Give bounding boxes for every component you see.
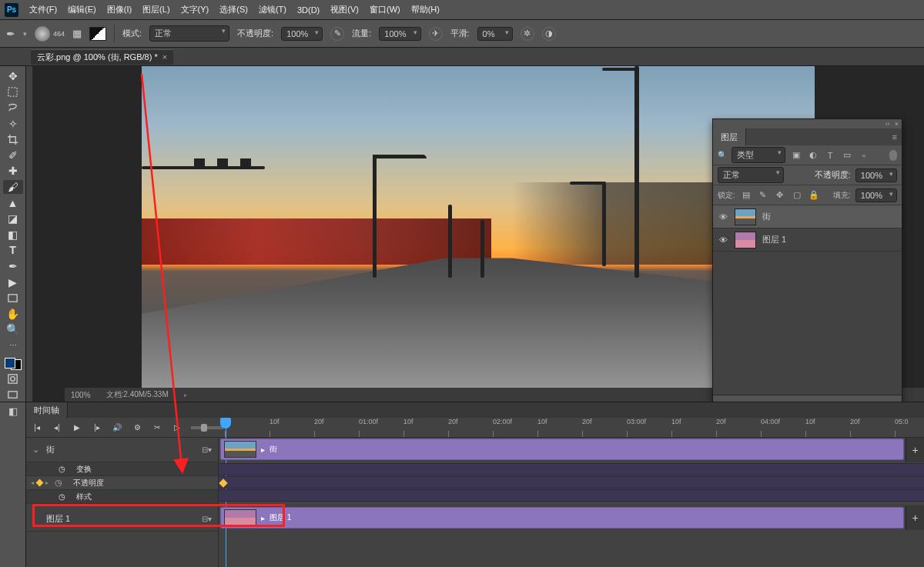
layer-thumb[interactable] bbox=[735, 208, 756, 225]
stopwatch-icon[interactable]: ◷ bbox=[59, 492, 65, 501]
stopwatch-icon[interactable]: ◷ bbox=[55, 478, 62, 488]
menu-filter[interactable]: 滤镜(T) bbox=[259, 4, 286, 15]
stopwatch-icon[interactable]: ◷ bbox=[59, 465, 65, 473]
menu-view[interactable]: 视图(V) bbox=[330, 4, 359, 15]
close-panel-icon[interactable]: × bbox=[895, 120, 899, 128]
lock-trans-icon[interactable]: ▤ bbox=[740, 189, 752, 202]
keyframe-diamond[interactable] bbox=[219, 479, 227, 487]
type-tool[interactable]: T bbox=[3, 244, 23, 258]
track-property-row[interactable]: ◷ 变换 bbox=[26, 462, 218, 476]
prev-keyframe-icon[interactable]: ◂ bbox=[31, 479, 34, 486]
menu-3d[interactable]: 3D(D) bbox=[297, 5, 320, 15]
track-name[interactable]: 图层 1 bbox=[46, 513, 70, 525]
layer-thumb[interactable] bbox=[735, 232, 756, 248]
eyedropper-tool[interactable]: ✐ bbox=[3, 148, 23, 162]
color-swatches[interactable] bbox=[5, 358, 22, 370]
smoothing-options-icon[interactable]: ✲ bbox=[521, 27, 534, 41]
hand-tool[interactable]: ✋ bbox=[3, 307, 23, 321]
move-tool[interactable]: ✥ bbox=[3, 69, 23, 83]
menu-layer[interactable]: 图层(L) bbox=[142, 4, 169, 15]
lock-artboard-icon[interactable]: ▢ bbox=[791, 189, 803, 202]
track-lanes[interactable]: ▸街 + ▸图层 1 + bbox=[219, 438, 924, 567]
layer-name[interactable]: 图层 1 bbox=[762, 234, 786, 245]
lasso-tool[interactable] bbox=[3, 101, 23, 115]
more-tools[interactable]: ⋯ bbox=[3, 339, 23, 352]
playhead[interactable] bbox=[220, 418, 231, 429]
brush-preset-thumb[interactable] bbox=[35, 26, 50, 42]
brush-tool[interactable]: 🖌 bbox=[3, 180, 23, 194]
settings-icon[interactable]: ⚙ bbox=[131, 422, 143, 434]
visibility-icon[interactable]: 👁 bbox=[718, 235, 728, 245]
track-options-icon[interactable]: ⊟▾ bbox=[202, 445, 212, 454]
menu-help[interactable]: 帮助(H) bbox=[411, 4, 440, 15]
layer-row[interactable]: 👁 图层 1 bbox=[713, 228, 902, 252]
shape-tool[interactable] bbox=[3, 291, 23, 305]
smoothing-field[interactable]: 0% bbox=[477, 27, 513, 41]
close-tab-icon[interactable]: × bbox=[162, 52, 167, 62]
layer-row[interactable]: 👁 街 bbox=[713, 205, 902, 228]
doc-info[interactable]: 文档:2.40M/5.33M bbox=[106, 389, 169, 400]
timeline-tabwell-icon[interactable]: ◧ bbox=[8, 405, 18, 417]
brush-tool-icon[interactable]: ✒ bbox=[6, 28, 15, 40]
airbrush-icon[interactable]: ✈ bbox=[429, 27, 443, 41]
add-keyframe-icon[interactable] bbox=[36, 479, 44, 487]
blend-mode-select[interactable]: 正常 bbox=[149, 25, 229, 42]
visibility-icon[interactable]: 👁 bbox=[718, 212, 728, 222]
add-media-button[interactable]: + bbox=[906, 505, 924, 530]
lock-pos-icon[interactable]: ✥ bbox=[774, 189, 786, 202]
menu-edit[interactable]: 编辑(E) bbox=[68, 4, 96, 15]
menu-image[interactable]: 图像(I) bbox=[107, 4, 132, 15]
panel-menu-icon[interactable]: ≡ bbox=[892, 132, 897, 142]
layer-opacity-value[interactable]: 100% bbox=[855, 168, 897, 182]
crop-tool[interactable] bbox=[3, 132, 23, 146]
layer-filter-type[interactable]: 类型 bbox=[732, 147, 785, 163]
zoom-level[interactable]: 100% bbox=[71, 391, 91, 399]
eraser-tool[interactable]: ◪ bbox=[3, 212, 23, 225]
split-icon[interactable]: ✂ bbox=[151, 422, 163, 434]
next-frame-icon[interactable]: |▸ bbox=[91, 422, 103, 434]
play-icon[interactable]: ▶ bbox=[71, 422, 83, 434]
track-property-row[interactable]: ◷ 样式 bbox=[26, 490, 218, 504]
marquee-tool[interactable] bbox=[3, 85, 23, 99]
mute-icon[interactable]: 🔊 bbox=[111, 422, 123, 434]
pressure-opacity-icon[interactable]: ✎ bbox=[330, 27, 344, 41]
layer-name[interactable]: 街 bbox=[762, 211, 771, 222]
timeline-tab[interactable]: 时间轴 bbox=[26, 402, 68, 418]
pressure-size-icon[interactable]: ◑ bbox=[542, 27, 556, 41]
track-name[interactable]: 街 bbox=[46, 444, 55, 455]
track-header[interactable]: ⌄ 街 ⊟▾ bbox=[26, 438, 218, 462]
pen-tool[interactable]: ✒ bbox=[3, 259, 23, 273]
flow-field[interactable]: 100% bbox=[379, 27, 420, 41]
layer-blend-mode[interactable]: 正常 bbox=[718, 167, 784, 183]
menu-file[interactable]: 文件(F) bbox=[29, 4, 57, 15]
video-clip[interactable]: ▸图层 1 bbox=[220, 507, 904, 529]
add-media-button[interactable]: + bbox=[906, 438, 924, 462]
lock-all-icon[interactable]: 🔒 bbox=[808, 189, 820, 202]
collapse-panel-icon[interactable]: ‹‹ bbox=[886, 120, 890, 128]
layers-tab[interactable]: 图层 bbox=[713, 128, 746, 145]
lock-paint-icon[interactable]: ✎ bbox=[757, 189, 769, 202]
gradient-tool[interactable]: ◧ bbox=[3, 228, 23, 242]
timeline-ruler[interactable]: 010f20f01:00f10f20f02:00f10f20f03:00f10f… bbox=[219, 418, 924, 438]
zoom-tool[interactable]: 🔍 bbox=[3, 323, 23, 337]
track-property-row[interactable]: ◂ ▸ ◷ 不透明度 bbox=[26, 476, 218, 490]
menu-window[interactable]: 窗口(W) bbox=[370, 4, 400, 15]
filter-shape-icon[interactable]: ▭ bbox=[841, 149, 853, 162]
layer-fill-value[interactable]: 100% bbox=[855, 188, 897, 202]
track-options-icon[interactable]: ⊟▾ bbox=[202, 515, 212, 523]
opacity-field[interactable]: 100% bbox=[281, 27, 323, 41]
filter-type-icon[interactable]: T bbox=[824, 149, 836, 162]
menu-type[interactable]: 文字(Y) bbox=[181, 4, 209, 15]
track-header[interactable]: › 图层 1 ⊟▾ bbox=[26, 507, 218, 532]
expand-track-icon[interactable]: ⌄ bbox=[32, 445, 40, 455]
filter-pixel-icon[interactable]: ▣ bbox=[790, 149, 802, 162]
video-clip[interactable]: ▸街 bbox=[220, 439, 904, 460]
heal-tool[interactable]: ✚ bbox=[3, 165, 23, 178]
document-tab[interactable]: 云彩.png @ 100% (街, RGB/8) * × bbox=[31, 49, 173, 65]
menu-select[interactable]: 选择(S) bbox=[219, 4, 248, 15]
brush-size-value[interactable]: 464 bbox=[53, 30, 65, 38]
swatch-icon[interactable] bbox=[89, 27, 106, 41]
transition-icon[interactable]: ▷ bbox=[171, 422, 183, 434]
filter-smart-icon[interactable]: ▫ bbox=[858, 149, 870, 162]
mask-mode-icon[interactable] bbox=[3, 372, 23, 386]
